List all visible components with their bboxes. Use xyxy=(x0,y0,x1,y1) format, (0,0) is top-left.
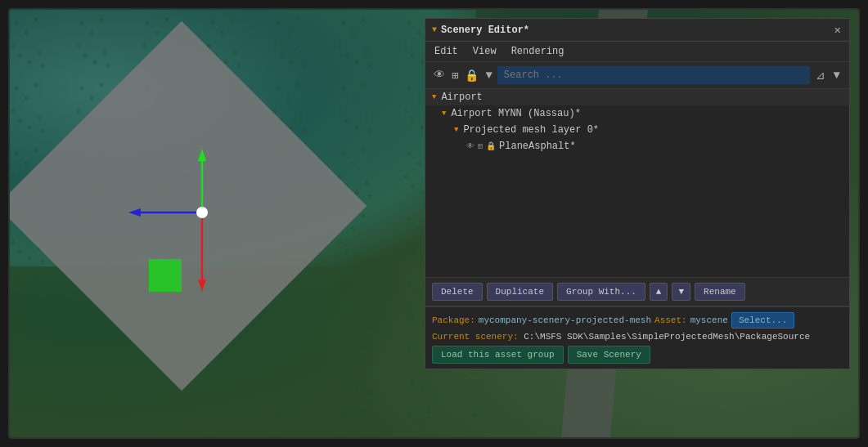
rename-button[interactable]: Rename xyxy=(695,283,745,301)
move-down-button[interactable]: ▼ xyxy=(672,283,690,301)
lock-icon[interactable]: 🔒 xyxy=(463,68,480,83)
panel-titlebar: ▼ Scenery Editor* ✕ xyxy=(425,19,849,42)
svg-marker-1 xyxy=(198,279,206,292)
tree-item-airport[interactable]: ▼ Airport xyxy=(425,89,849,105)
group-with-button[interactable]: Group With... xyxy=(557,283,645,301)
current-scenery-line: Current scenery: C:\MSFS SDK\Samples\Sim… xyxy=(432,332,843,342)
menu-rendering[interactable]: Rendering xyxy=(509,44,567,59)
filter-down-icon[interactable]: ▼ xyxy=(831,67,843,83)
tree-arrow-mesh: ▼ xyxy=(454,126,458,134)
duplicate-button[interactable]: Duplicate xyxy=(487,283,553,301)
tree-item-mynn[interactable]: ▼ Airport MYNN (Nassau)* xyxy=(425,105,849,122)
close-button[interactable]: ✕ xyxy=(833,23,843,37)
tree-label-mynn: Airport MYNN (Nassau)* xyxy=(451,108,580,119)
panel-title: Scenery Editor* xyxy=(441,25,529,36)
tree-label-mesh: Projected mesh layer 0* xyxy=(463,124,599,136)
package-line: Package: mycompany-scenery-projected-mes… xyxy=(432,312,843,329)
main-container: ▼ Scenery Editor* ✕ Edit View Rendering … xyxy=(8,8,860,439)
tree-arrow-mynn: ▼ xyxy=(442,110,446,118)
asset-value: myscene xyxy=(690,315,728,325)
load-asset-group-button[interactable]: Load this asset group xyxy=(432,346,564,364)
grid-small-icon[interactable]: ⊞ xyxy=(478,141,483,151)
eye-icon[interactable]: 👁 xyxy=(432,68,447,83)
visibility-icon[interactable]: 👁 xyxy=(466,141,474,151)
tree-item-plane-asphalt[interactable]: 👁 ⊞ 🔒 PlaneAsphalt* xyxy=(425,138,849,154)
move-up-button[interactable]: ▲ xyxy=(650,283,668,301)
search-input[interactable] xyxy=(497,66,810,84)
select-button[interactable]: Select... xyxy=(731,312,794,329)
svg-marker-3 xyxy=(198,149,206,161)
save-scenery-button[interactable]: Save Scenery xyxy=(568,346,650,364)
panel-menubar: Edit View Rendering xyxy=(425,42,849,62)
tree-label-plane-asphalt: PlaneAsphalt* xyxy=(499,141,576,152)
action-buttons-row: Delete Duplicate Group With... ▲ ▼ Renam… xyxy=(425,277,849,306)
menu-view[interactable]: View xyxy=(470,44,499,59)
package-value: mycompany-scenery-projected-mesh xyxy=(479,315,651,325)
delete-button[interactable]: Delete xyxy=(432,283,483,301)
axes-svg xyxy=(92,141,321,329)
asset-label: Asset: xyxy=(654,315,687,325)
svg-marker-5 xyxy=(128,208,141,217)
lock-small-icon[interactable]: 🔒 xyxy=(486,141,496,151)
panel-toolbar: 👁 ⊞ 🔒 ▼ ⊿ ▼ xyxy=(425,62,849,89)
tree-arrow-airport: ▼ xyxy=(432,93,436,101)
current-scenery-path: C:\MSFS SDK\Samples\SimpleProjectedMesh\… xyxy=(524,332,810,342)
toolbar-down-arrow-icon[interactable]: ▼ xyxy=(483,68,493,83)
title-triangle-icon: ▼ xyxy=(432,25,437,34)
svg-point-6 xyxy=(196,207,208,218)
tree-label-airport: Airport xyxy=(441,92,482,103)
title-left: ▼ Scenery Editor* xyxy=(432,25,529,36)
current-scenery-label: Current scenery: xyxy=(432,332,519,342)
filter-icon[interactable]: ⊿ xyxy=(813,67,828,84)
bottom-buttons: Load this asset group Save Scenery xyxy=(432,346,843,364)
scenery-editor-panel: ▼ Scenery Editor* ✕ Edit View Rendering … xyxy=(425,18,850,369)
info-panel: Package: mycompany-scenery-projected-mes… xyxy=(425,306,849,369)
menu-edit[interactable]: Edit xyxy=(432,44,461,59)
package-label: Package: xyxy=(432,315,475,325)
grid-icon[interactable]: ⊞ xyxy=(450,68,460,83)
tree-item-mesh-layer[interactable]: ▼ Projected mesh layer 0* xyxy=(425,122,849,138)
tree-view[interactable]: ▼ Airport ▼ Airport MYNN (Nassau)* ▼ Pro… xyxy=(425,89,849,277)
